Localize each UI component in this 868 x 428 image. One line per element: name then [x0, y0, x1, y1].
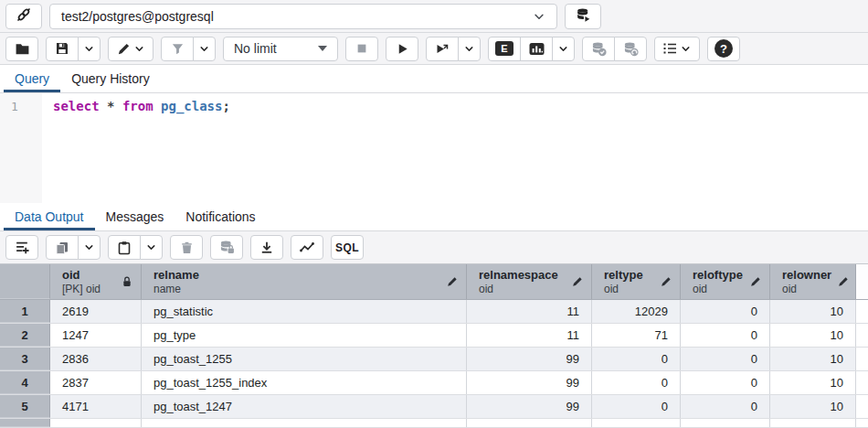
table-cell[interactable]: 2837	[50, 371, 142, 394]
table-cell[interactable]: 2836	[50, 348, 142, 370]
column-subtitle: name	[153, 283, 199, 295]
execute-to-cursor-icon	[435, 41, 450, 56]
table-cell[interactable]: 11	[467, 324, 592, 347]
table-cell[interactable]	[681, 419, 770, 427]
row-number[interactable]: 3	[0, 348, 50, 370]
explain-analyze-button[interactable]	[520, 37, 553, 61]
database-connect-icon	[576, 7, 591, 26]
row-limit-select[interactable]: No limit	[223, 37, 338, 61]
table-cell[interactable]: 12029	[592, 300, 681, 323]
table-cell[interactable]: 10	[770, 348, 856, 370]
table-cell[interactable]: 10	[770, 324, 856, 347]
caret-down-icon	[83, 43, 95, 55]
row-number[interactable]: 1	[0, 300, 50, 323]
edit-column-icon[interactable]	[654, 275, 672, 288]
table-cell[interactable]: 4171	[50, 395, 142, 418]
execute-to-cursor-button[interactable]	[426, 37, 459, 61]
table-cell[interactable]	[142, 419, 467, 427]
column-header-reloftype[interactable]: reloftypeoid	[681, 264, 770, 299]
tab-query[interactable]: Query	[4, 65, 60, 92]
output-panel-tabs: Data OutputMessagesNotifications	[0, 203, 868, 231]
execute-button[interactable]	[386, 37, 418, 61]
table-cell[interactable]: 11	[467, 300, 592, 323]
query-tool-button[interactable]	[5, 4, 42, 29]
macros-button[interactable]	[654, 37, 700, 61]
paste-button[interactable]	[108, 235, 141, 260]
column-header-oid[interactable]: oid[PK] oid	[50, 264, 142, 299]
filter-options-caret[interactable]	[193, 37, 216, 61]
tab-data-output[interactable]: Data Output	[4, 203, 95, 230]
paste-options-caret[interactable]	[140, 235, 163, 260]
table-cell[interactable]: 2619	[50, 300, 142, 323]
table-cell[interactable]: 99	[467, 371, 592, 394]
table-cell[interactable]: 10	[770, 395, 856, 418]
edit-button[interactable]	[108, 37, 153, 61]
output-toolbar: SQL	[0, 231, 868, 264]
table-cell[interactable]: 0	[681, 348, 770, 370]
save-data-changes-button[interactable]	[210, 235, 243, 260]
save-options-caret[interactable]	[78, 37, 101, 61]
table-cell[interactable]	[467, 419, 592, 427]
sql-editor[interactable]: 1 select * from pg_class;	[0, 93, 868, 203]
edit-column-icon[interactable]	[566, 275, 584, 288]
table-cell[interactable]: 0	[592, 371, 681, 394]
table-cell[interactable]: 0	[681, 371, 770, 394]
table-cell[interactable]: 99	[467, 395, 592, 418]
table-cell[interactable]: 0	[592, 395, 681, 418]
copy-options-caret[interactable]	[78, 235, 101, 260]
table-cell[interactable]: pg_statistic	[142, 300, 467, 323]
table-cell[interactable]: pg_type	[142, 324, 467, 347]
add-row-button[interactable]	[5, 235, 38, 260]
tab-messages[interactable]: Messages	[95, 203, 175, 230]
delete-row-button[interactable]	[170, 235, 203, 260]
tab-query-history[interactable]: Query History	[60, 65, 161, 92]
table-cell[interactable]: 0	[681, 395, 770, 418]
column-header-relowner[interactable]: relowneroid	[770, 264, 856, 299]
table-cell[interactable]: pg_toast_1255_index	[142, 371, 467, 394]
open-file-button[interactable]	[5, 37, 38, 61]
explain-button[interactable]: E	[488, 37, 521, 61]
cancel-query-button[interactable]	[345, 37, 378, 61]
execute-options-caret[interactable]	[458, 37, 481, 61]
save-button[interactable]	[46, 37, 79, 61]
table-cell[interactable]: pg_toast_1255	[142, 348, 467, 370]
row-number[interactable]: 5	[0, 395, 50, 418]
table-cell[interactable]: 10	[770, 371, 856, 394]
copy-button[interactable]	[46, 235, 79, 260]
execute-icon	[396, 42, 409, 56]
row-number[interactable]: 4	[0, 371, 50, 394]
graph-visualiser-button[interactable]	[291, 235, 323, 260]
table-cell[interactable]: 1247	[50, 324, 142, 347]
row-number[interactable]	[0, 419, 50, 427]
column-header-reltype[interactable]: reltypeoid	[592, 264, 681, 299]
table-cell[interactable]: pg_toast_1247	[142, 395, 467, 418]
table-cell[interactable]: 10	[770, 300, 856, 323]
tab-notifications[interactable]: Notifications	[175, 203, 266, 230]
table-cell[interactable]	[50, 419, 142, 427]
edit-column-icon[interactable]	[744, 275, 762, 288]
row-number[interactable]: 2	[0, 324, 50, 347]
connection-select[interactable]: test2/postgres@postgresql	[49, 4, 557, 29]
macros-icon	[662, 41, 677, 56]
table-cell[interactable]: 71	[592, 324, 681, 347]
table-cell[interactable]: 99	[467, 348, 592, 370]
commit-button[interactable]	[582, 37, 615, 61]
show-sql-button[interactable]: SQL	[331, 235, 364, 260]
download-results-button[interactable]	[250, 235, 283, 260]
table-cell[interactable]: 0	[681, 300, 770, 323]
new-connection-button[interactable]	[565, 4, 601, 29]
table-cell[interactable]: 0	[681, 324, 770, 347]
column-header-relname[interactable]: relnamename	[142, 264, 467, 299]
rollback-button[interactable]	[614, 37, 647, 61]
select-all-corner[interactable]	[0, 264, 50, 299]
explain-options-caret[interactable]	[552, 37, 575, 61]
edit-column-icon[interactable]	[831, 275, 850, 288]
table-cell[interactable]: 0	[592, 348, 681, 370]
column-header-relnamespace[interactable]: relnamespaceoid	[467, 264, 592, 299]
table-cell[interactable]	[592, 419, 681, 427]
help-button[interactable]: ?	[707, 37, 740, 61]
table-cell[interactable]	[770, 419, 856, 427]
filter-button[interactable]	[161, 37, 194, 61]
edit-column-icon[interactable]	[440, 275, 459, 288]
sql-code-line[interactable]: select * from pg_class;	[42, 93, 868, 203]
